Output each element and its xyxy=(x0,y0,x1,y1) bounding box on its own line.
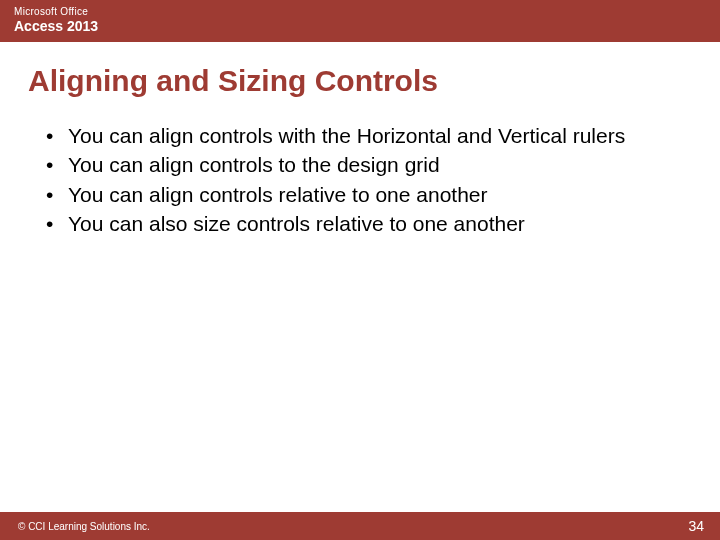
page-number: 34 xyxy=(688,518,704,534)
slide-title: Aligning and Sizing Controls xyxy=(0,42,720,112)
bullet-list: You can align controls with the Horizont… xyxy=(40,122,680,237)
list-item: You can align controls relative to one a… xyxy=(40,181,680,208)
brand-line-1: Microsoft Office xyxy=(14,6,706,17)
list-item: You can align controls with the Horizont… xyxy=(40,122,680,149)
slide-header: Microsoft Office Access 2013 xyxy=(0,0,720,42)
slide: Microsoft Office Access 2013 Aligning an… xyxy=(0,0,720,540)
slide-body: You can align controls with the Horizont… xyxy=(0,112,720,512)
list-item: You can align controls to the design gri… xyxy=(40,151,680,178)
brand-line-2: Access 2013 xyxy=(14,18,706,34)
list-item: You can also size controls relative to o… xyxy=(40,210,680,237)
slide-footer: © CCI Learning Solutions Inc. 34 xyxy=(0,512,720,540)
footer-copyright: © CCI Learning Solutions Inc. xyxy=(18,521,150,532)
